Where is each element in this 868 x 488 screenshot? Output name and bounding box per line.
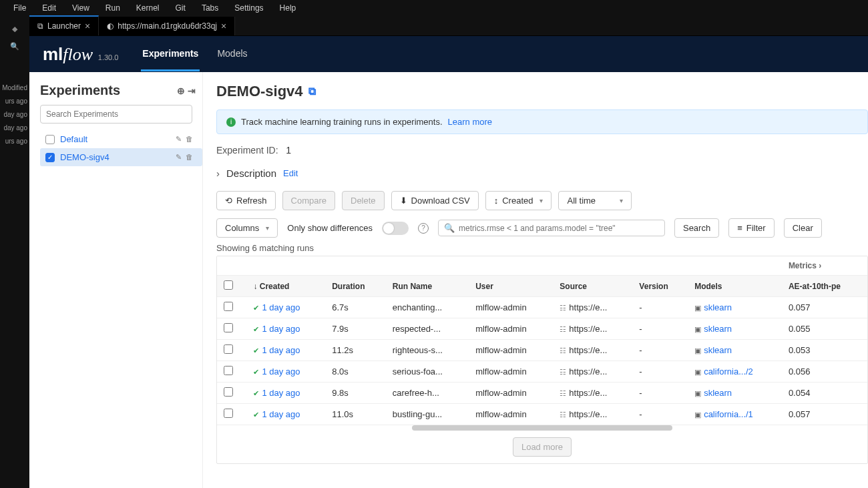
tab-mlflow[interactable]: ◐ https://main.d1rgkdu6dr33qj × <box>99 17 235 35</box>
created-link[interactable]: 1 day ago <box>262 324 300 334</box>
created-link[interactable]: 1 day ago <box>262 388 300 398</box>
model-link[interactable]: sklearn <box>704 388 732 398</box>
time-filter-dropdown[interactable]: All time <box>558 191 632 210</box>
mlflow-logo: mlflow 1.30.0 <box>43 44 118 65</box>
download-csv-button[interactable]: ⬇Download CSV <box>391 191 479 210</box>
user-cell: mlflow-admin <box>469 361 553 383</box>
copy-icon[interactable]: ⧉ <box>308 85 316 97</box>
menu-run[interactable]: Run <box>97 1 128 15</box>
filter-icon: ≡ <box>737 223 742 233</box>
created-link[interactable]: 1 day ago <box>262 345 300 355</box>
row-checkbox[interactable] <box>224 409 233 418</box>
filter-button[interactable]: ≡Filter <box>728 218 774 238</box>
tab-launcher[interactable]: ⧉ Launcher × <box>29 15 99 35</box>
only-diff-toggle[interactable] <box>382 222 409 235</box>
menu-help[interactable]: Help <box>272 1 304 15</box>
columns-dropdown[interactable]: Columns <box>216 218 278 238</box>
row-checkbox[interactable] <box>224 366 233 375</box>
row-checkbox[interactable] <box>224 344 233 354</box>
sidebar-item-default[interactable]: Default ✎🗑 <box>40 130 202 148</box>
source-icon: ☷ <box>560 304 566 312</box>
expand-description-icon[interactable]: › <box>216 168 220 179</box>
delete-icon[interactable]: 🗑 <box>186 135 193 144</box>
only-diff-label: Only show differences <box>287 223 373 233</box>
rail-search-icon[interactable]: 🔍 <box>0 37 29 55</box>
select-all-checkbox[interactable] <box>224 280 233 290</box>
model-link[interactable]: sklearn <box>704 324 732 334</box>
nav-experiments[interactable]: Experiments <box>141 37 200 71</box>
content-area: Experiments ⊕ ⇥ Default ✎🗑 ✓ DEMO-sigv4 … <box>29 72 868 488</box>
loading-icon: ◐ <box>107 21 114 31</box>
col-duration[interactable]: Duration <box>325 276 386 297</box>
runs-search-input[interactable] <box>459 224 659 233</box>
table-row[interactable]: ✔1 day ago9.8scarefree-h...mlflow-admin☷… <box>217 383 867 404</box>
help-icon[interactable]: ? <box>418 223 429 234</box>
col-metric-1[interactable]: AE-at-10th-pe <box>782 276 867 297</box>
search-button[interactable]: Search <box>674 218 719 238</box>
menu-settings[interactable]: Settings <box>226 1 271 15</box>
table-row[interactable]: ✔1 day ago7.9srespected-...mlflow-admin☷… <box>217 318 867 340</box>
import-experiment-icon[interactable]: ⇥ <box>188 85 196 96</box>
col-source[interactable]: Source <box>553 276 632 297</box>
add-experiment-icon[interactable]: ⊕ <box>177 85 185 96</box>
table-row[interactable]: ✔1 day ago11.0sbustling-gu...mlflow-admi… <box>217 404 867 425</box>
col-version[interactable]: Version <box>632 276 688 297</box>
created-link[interactable]: 1 day ago <box>262 302 300 312</box>
created-link[interactable]: 1 day ago <box>262 409 300 419</box>
metrics-group-header[interactable]: Metrics › <box>782 256 867 276</box>
table-row[interactable]: ✔1 day ago11.2srighteous-s...mlflow-admi… <box>217 340 867 361</box>
menu-tabs[interactable]: Tabs <box>194 1 226 15</box>
source-icon: ☷ <box>560 411 566 419</box>
metric-cell: 0.054 <box>782 383 867 404</box>
close-icon[interactable]: × <box>221 21 226 31</box>
rail-git-icon[interactable]: ◆ <box>0 20 29 37</box>
main-panel: mlflow 1.30.0 Experiments Models Experim… <box>29 36 868 488</box>
rail-row: urs ago <box>1 95 29 108</box>
refresh-button[interactable]: ⟲Refresh <box>216 191 276 210</box>
edit-description-link[interactable]: Edit <box>283 168 298 178</box>
duration-cell: 7.9s <box>325 318 386 340</box>
created-link[interactable]: 1 day ago <box>262 367 300 377</box>
model-link[interactable]: sklearn <box>704 302 732 312</box>
info-icon: i <box>226 117 236 127</box>
clear-button[interactable]: Clear <box>784 218 822 238</box>
edit-icon[interactable]: ✎ <box>176 153 182 162</box>
checkbox[interactable]: ✓ <box>45 153 55 162</box>
menu-view[interactable]: View <box>64 1 97 15</box>
tab-label: https://main.d1rgkdu6dr33qj <box>118 21 217 31</box>
menu-kernel[interactable]: Kernel <box>128 1 168 15</box>
sidebar-item-demo[interactable]: ✓ DEMO-sigv4 ✎🗑 <box>40 148 202 166</box>
run-name-cell: serious-foa... <box>386 361 469 383</box>
model-link[interactable]: sklearn <box>704 345 732 355</box>
table-row[interactable]: ✔1 day ago6.7senchanting...mlflow-admin☷… <box>217 297 867 318</box>
close-icon[interactable]: × <box>85 21 90 31</box>
col-user[interactable]: User <box>469 276 553 297</box>
mlflow-version: 1.30.0 <box>98 53 119 61</box>
checkbox[interactable] <box>45 135 55 144</box>
experiment-id-value: 1 <box>286 145 291 156</box>
col-models[interactable]: Models <box>688 276 782 297</box>
compare-button: Compare <box>282 191 335 210</box>
search-experiments-input[interactable] <box>40 105 192 124</box>
row-checkbox[interactable] <box>224 323 233 332</box>
load-more-button: Load more <box>513 437 572 457</box>
row-checkbox[interactable] <box>224 302 233 311</box>
col-run-name[interactable]: Run Name <box>386 276 469 297</box>
table-row[interactable]: ✔1 day ago8.0sserious-foa...mlflow-admin… <box>217 361 867 383</box>
learn-more-link[interactable]: Learn more <box>448 117 492 127</box>
nav-models[interactable]: Models <box>216 37 248 71</box>
runs-search-box[interactable]: 🔍 <box>438 220 665 236</box>
edit-icon[interactable]: ✎ <box>176 135 182 144</box>
sidebar-title: Experiments <box>40 83 120 98</box>
menu-edit[interactable]: Edit <box>34 1 64 15</box>
run-name-cell: enchanting... <box>386 297 469 318</box>
menu-file[interactable]: File <box>5 1 34 15</box>
model-link[interactable]: california.../1 <box>704 409 753 419</box>
horizontal-scrollbar[interactable] <box>412 425 672 431</box>
delete-icon[interactable]: 🗑 <box>186 153 193 162</box>
col-created[interactable]: ↓ Created <box>246 276 325 297</box>
sort-created-dropdown[interactable]: ↕Created <box>485 191 552 210</box>
menu-git[interactable]: Git <box>168 1 194 15</box>
row-checkbox[interactable] <box>224 387 233 397</box>
model-link[interactable]: california.../2 <box>704 367 753 377</box>
